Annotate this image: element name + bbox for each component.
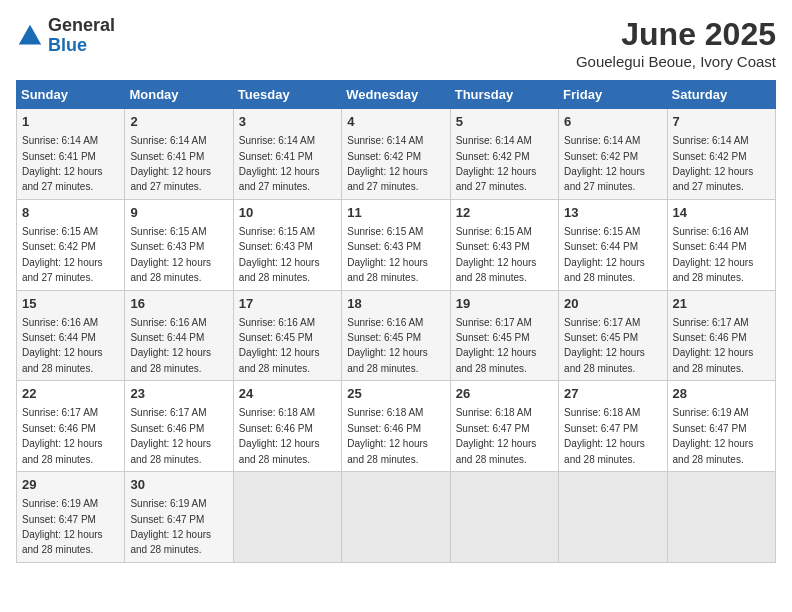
calendar-cell: 11Sunrise: 6:15 AMSunset: 6:43 PMDayligh… [342, 199, 450, 290]
daylight-text: Daylight: 12 hours and 28 minutes. [673, 347, 754, 373]
day-number: 27 [564, 385, 661, 403]
daylight-text: Daylight: 12 hours and 28 minutes. [239, 257, 320, 283]
calendar-cell: 30Sunrise: 6:19 AMSunset: 6:47 PMDayligh… [125, 472, 233, 563]
calendar-cell: 2Sunrise: 6:14 AMSunset: 6:41 PMDaylight… [125, 109, 233, 200]
sunset-text: Sunset: 6:42 PM [564, 151, 638, 162]
daylight-text: Daylight: 12 hours and 27 minutes. [564, 166, 645, 192]
day-number: 8 [22, 204, 119, 222]
sunrise-text: Sunrise: 6:17 AM [22, 407, 98, 418]
calendar-cell: 1Sunrise: 6:14 AMSunset: 6:41 PMDaylight… [17, 109, 125, 200]
calendar-cell: 12Sunrise: 6:15 AMSunset: 6:43 PMDayligh… [450, 199, 558, 290]
calendar-cell: 5Sunrise: 6:14 AMSunset: 6:42 PMDaylight… [450, 109, 558, 200]
month-title: June 2025 [576, 16, 776, 53]
sunrise-text: Sunrise: 6:17 AM [673, 317, 749, 328]
calendar-cell: 13Sunrise: 6:15 AMSunset: 6:44 PMDayligh… [559, 199, 667, 290]
calendar-cell: 28Sunrise: 6:19 AMSunset: 6:47 PMDayligh… [667, 381, 775, 472]
calendar-cell: 15Sunrise: 6:16 AMSunset: 6:44 PMDayligh… [17, 290, 125, 381]
sunrise-text: Sunrise: 6:18 AM [456, 407, 532, 418]
daylight-text: Daylight: 12 hours and 28 minutes. [456, 438, 537, 464]
day-number: 12 [456, 204, 553, 222]
calendar-cell: 18Sunrise: 6:16 AMSunset: 6:45 PMDayligh… [342, 290, 450, 381]
day-number: 16 [130, 295, 227, 313]
sunset-text: Sunset: 6:45 PM [456, 332, 530, 343]
day-number: 2 [130, 113, 227, 131]
header: General Blue June 2025 Gouelegui Beoue, … [16, 16, 776, 70]
day-number: 5 [456, 113, 553, 131]
sunrise-text: Sunrise: 6:14 AM [456, 135, 532, 146]
calendar-week-5: 29Sunrise: 6:19 AMSunset: 6:47 PMDayligh… [17, 472, 776, 563]
day-number: 21 [673, 295, 770, 313]
calendar-cell: 22Sunrise: 6:17 AMSunset: 6:46 PMDayligh… [17, 381, 125, 472]
sunrise-text: Sunrise: 6:16 AM [239, 317, 315, 328]
sunrise-text: Sunrise: 6:15 AM [347, 226, 423, 237]
day-number: 15 [22, 295, 119, 313]
day-number: 3 [239, 113, 336, 131]
sunrise-text: Sunrise: 6:15 AM [564, 226, 640, 237]
day-number: 22 [22, 385, 119, 403]
calendar-cell [450, 472, 558, 563]
daylight-text: Daylight: 12 hours and 27 minutes. [239, 166, 320, 192]
sunrise-text: Sunrise: 6:14 AM [239, 135, 315, 146]
logo-general: General [48, 16, 115, 36]
daylight-text: Daylight: 12 hours and 28 minutes. [239, 438, 320, 464]
logo-icon [16, 22, 44, 50]
sunset-text: Sunset: 6:46 PM [239, 423, 313, 434]
calendar-cell: 6Sunrise: 6:14 AMSunset: 6:42 PMDaylight… [559, 109, 667, 200]
header-row: Sunday Monday Tuesday Wednesday Thursday… [17, 81, 776, 109]
col-friday: Friday [559, 81, 667, 109]
calendar-cell: 27Sunrise: 6:18 AMSunset: 6:47 PMDayligh… [559, 381, 667, 472]
daylight-text: Daylight: 12 hours and 28 minutes. [347, 257, 428, 283]
daylight-text: Daylight: 12 hours and 27 minutes. [22, 166, 103, 192]
day-number: 13 [564, 204, 661, 222]
sunset-text: Sunset: 6:44 PM [130, 332, 204, 343]
calendar-cell: 29Sunrise: 6:19 AMSunset: 6:47 PMDayligh… [17, 472, 125, 563]
calendar-cell: 8Sunrise: 6:15 AMSunset: 6:42 PMDaylight… [17, 199, 125, 290]
sunset-text: Sunset: 6:45 PM [239, 332, 313, 343]
sunrise-text: Sunrise: 6:15 AM [239, 226, 315, 237]
daylight-text: Daylight: 12 hours and 28 minutes. [347, 438, 428, 464]
sunset-text: Sunset: 6:41 PM [22, 151, 96, 162]
sunrise-text: Sunrise: 6:14 AM [673, 135, 749, 146]
sunrise-text: Sunrise: 6:19 AM [130, 498, 206, 509]
day-number: 10 [239, 204, 336, 222]
calendar-cell: 10Sunrise: 6:15 AMSunset: 6:43 PMDayligh… [233, 199, 341, 290]
sunset-text: Sunset: 6:43 PM [456, 241, 530, 252]
sunset-text: Sunset: 6:47 PM [564, 423, 638, 434]
calendar-week-3: 15Sunrise: 6:16 AMSunset: 6:44 PMDayligh… [17, 290, 776, 381]
daylight-text: Daylight: 12 hours and 27 minutes. [673, 166, 754, 192]
daylight-text: Daylight: 12 hours and 27 minutes. [130, 166, 211, 192]
sunrise-text: Sunrise: 6:15 AM [130, 226, 206, 237]
daylight-text: Daylight: 12 hours and 27 minutes. [456, 166, 537, 192]
calendar-week-2: 8Sunrise: 6:15 AMSunset: 6:42 PMDaylight… [17, 199, 776, 290]
daylight-text: Daylight: 12 hours and 28 minutes. [130, 347, 211, 373]
day-number: 1 [22, 113, 119, 131]
sunset-text: Sunset: 6:43 PM [239, 241, 313, 252]
calendar-cell: 9Sunrise: 6:15 AMSunset: 6:43 PMDaylight… [125, 199, 233, 290]
daylight-text: Daylight: 12 hours and 27 minutes. [22, 257, 103, 283]
logo-text: General Blue [48, 16, 115, 56]
daylight-text: Daylight: 12 hours and 28 minutes. [456, 257, 537, 283]
calendar-cell: 21Sunrise: 6:17 AMSunset: 6:46 PMDayligh… [667, 290, 775, 381]
day-number: 26 [456, 385, 553, 403]
col-saturday: Saturday [667, 81, 775, 109]
calendar-cell: 24Sunrise: 6:18 AMSunset: 6:46 PMDayligh… [233, 381, 341, 472]
sunset-text: Sunset: 6:44 PM [22, 332, 96, 343]
sunset-text: Sunset: 6:46 PM [347, 423, 421, 434]
day-number: 4 [347, 113, 444, 131]
sunset-text: Sunset: 6:42 PM [22, 241, 96, 252]
sunset-text: Sunset: 6:47 PM [673, 423, 747, 434]
sunset-text: Sunset: 6:42 PM [456, 151, 530, 162]
sunset-text: Sunset: 6:42 PM [347, 151, 421, 162]
col-wednesday: Wednesday [342, 81, 450, 109]
day-number: 9 [130, 204, 227, 222]
sunrise-text: Sunrise: 6:19 AM [673, 407, 749, 418]
sunset-text: Sunset: 6:41 PM [130, 151, 204, 162]
calendar-cell: 3Sunrise: 6:14 AMSunset: 6:41 PMDaylight… [233, 109, 341, 200]
sunset-text: Sunset: 6:46 PM [673, 332, 747, 343]
sunset-text: Sunset: 6:43 PM [347, 241, 421, 252]
day-number: 17 [239, 295, 336, 313]
calendar-table: Sunday Monday Tuesday Wednesday Thursday… [16, 80, 776, 563]
sunset-text: Sunset: 6:47 PM [130, 514, 204, 525]
sunrise-text: Sunrise: 6:18 AM [564, 407, 640, 418]
calendar-cell: 23Sunrise: 6:17 AMSunset: 6:46 PMDayligh… [125, 381, 233, 472]
